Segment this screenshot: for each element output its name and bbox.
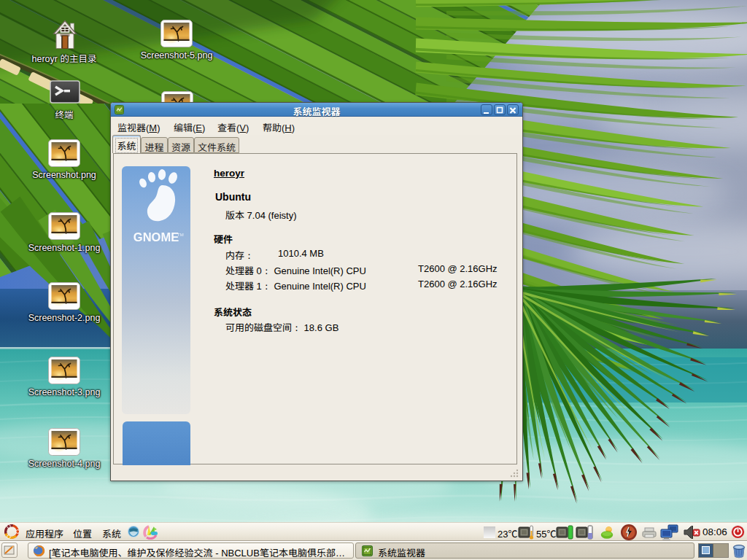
svg-text:TM: TM — [177, 233, 184, 237]
svg-text:GNOME: GNOME — [133, 230, 179, 244]
